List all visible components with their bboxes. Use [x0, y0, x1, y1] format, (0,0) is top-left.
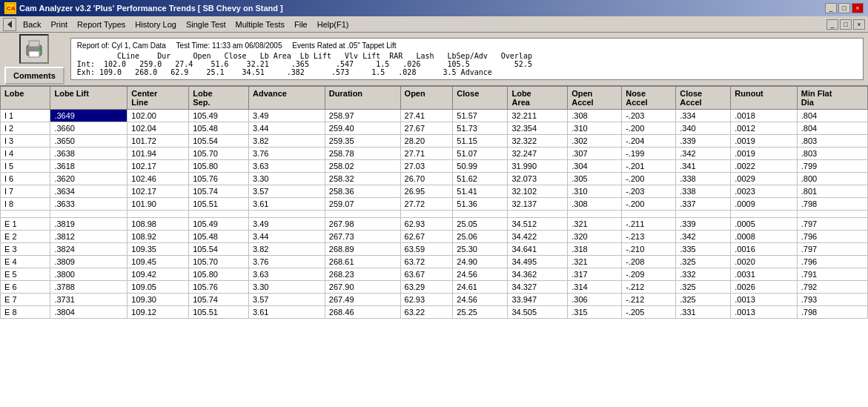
cell-advance: 3.57	[249, 185, 325, 198]
cell-noseAccel: -.204	[622, 135, 676, 148]
cell-lobeSep: 105.48	[189, 122, 249, 135]
cell-lobe: E 5	[1, 268, 50, 281]
min-btn[interactable]: _	[826, 19, 838, 30]
cell-close: 51.73	[453, 122, 508, 135]
cell-minFlatDia: .791	[797, 268, 867, 281]
cell-open: 27.72	[400, 198, 453, 211]
table-row[interactable]: I 5.3618102.17105.803.63258.0227.0350.99…	[1, 160, 868, 173]
cell-advance: 3.82	[249, 135, 325, 148]
cell-duration: 259.40	[325, 122, 400, 135]
cell-open: 28.20	[400, 135, 453, 148]
table-row[interactable]: I 1.3649102.00105.493.49258.9727.4151.57…	[1, 110, 868, 122]
cell-runout: .0013	[731, 294, 798, 306]
cell-advance: 3.76	[249, 148, 325, 160]
svg-rect-4	[29, 41, 39, 47]
menu-help[interactable]: Help(F1)	[313, 19, 354, 30]
cell-lobeSep: 105.48	[189, 231, 249, 243]
cell-lobeLift: .3649	[50, 110, 127, 122]
cell-lobeSep: 105.54	[189, 135, 249, 148]
col-open-accel: OpenAccel	[568, 87, 622, 110]
title-bar-buttons[interactable]: _ □ ×	[825, 3, 864, 13]
cell-noseAccel: -.200	[622, 198, 676, 211]
cell-minFlatDia: .796	[797, 231, 867, 243]
cell-lobeArea: 33.947	[508, 294, 568, 306]
cell-duration: 267.90	[325, 281, 400, 294]
cell-duration: 258.36	[325, 185, 400, 198]
cell-advance: 3.44	[249, 231, 325, 243]
comments-button[interactable]: Comments	[4, 67, 64, 85]
minimize-button[interactable]: _	[825, 3, 837, 13]
cell-lobeSep: 105.74	[189, 185, 249, 198]
svg-text:CA: CA	[7, 5, 16, 12]
table-row[interactable]: E 8.3804109.12105.513.61268.4663.2225.25…	[1, 306, 868, 319]
cell-open: 63.72	[400, 256, 453, 268]
cell-lobeSep: 105.70	[189, 256, 249, 268]
table-row[interactable]: E 2.3812108.92105.483.44267.7362.6725.06…	[1, 231, 868, 243]
table-row[interactable]: E 6.3788109.05105.763.30267.9063.2924.61…	[1, 281, 868, 294]
cell-centerLine: 108.92	[127, 231, 189, 243]
report-table-header: CLine Dur Open Close Lb Area Lb Lift Vlv…	[77, 52, 857, 60]
table-row[interactable]: I 3.3650101.72105.543.82259.3528.2051.15…	[1, 135, 868, 148]
cell-closeAccel: .332	[676, 268, 731, 281]
exh-row: Exh: 109.0 268.0 62.9 25.1 34.51 .382 .5…	[77, 68, 857, 76]
cell-noseAccel: -.208	[622, 256, 676, 268]
cell-close: 51.57	[453, 110, 508, 122]
cell-open: 63.22	[400, 306, 453, 319]
table-row[interactable]: E 3.3824109.35105.543.82268.8963.5925.30…	[1, 243, 868, 256]
table-row[interactable]: I 7.3634102.17105.743.57258.3626.9551.41…	[1, 185, 868, 198]
cell-lobeSep: 105.80	[189, 160, 249, 173]
cell-openAccel: .314	[568, 281, 622, 294]
menu-back[interactable]: Back	[19, 19, 45, 30]
cell-open: 63.29	[400, 281, 453, 294]
cell-advance: 3.76	[249, 256, 325, 268]
table-row[interactable]: I 8.3633101.90105.513.61259.0727.7251.36…	[1, 198, 868, 211]
menu-history-log[interactable]: History Log	[130, 19, 181, 30]
table-row[interactable]: I 2.3660102.04105.483.44259.4027.6751.73…	[1, 122, 868, 135]
cell-advance: 3.63	[249, 268, 325, 281]
cell-close: 25.25	[453, 306, 508, 319]
cell-advance: 3.63	[249, 160, 325, 173]
cell-lobeSep: 105.76	[189, 173, 249, 185]
menu-print[interactable]: Print	[46, 19, 72, 30]
menu-file[interactable]: File	[290, 19, 312, 30]
table-row[interactable]: E 1.3819108.98105.493.49267.9862.9325.05…	[1, 218, 868, 231]
restore-button[interactable]: □	[838, 3, 850, 13]
table-row[interactable]: I 4.3638101.94105.703.76258.7827.7151.07…	[1, 148, 868, 160]
table-row[interactable]: I 6.3620102.46105.763.30258.3226.7051.62…	[1, 173, 868, 185]
window-controls[interactable]: _ □ ×	[826, 19, 865, 30]
cell-runout: .0020	[731, 256, 798, 268]
cell-runout: .0029	[731, 173, 798, 185]
cell-closeAccel: .335	[676, 243, 731, 256]
cell-centerLine: 102.00	[127, 110, 189, 122]
cell-open: 27.41	[400, 110, 453, 122]
table-row[interactable]: E 5.3800109.42105.803.63268.2363.6724.56…	[1, 268, 868, 281]
cell-lobeArea: 32.354	[508, 122, 568, 135]
close-btn[interactable]: ×	[853, 19, 865, 30]
table-row[interactable]: E 4.3809109.45105.703.76268.6163.7224.90…	[1, 256, 868, 268]
restore-btn[interactable]: □	[840, 19, 852, 30]
cell-lobeArea: 32.102	[508, 185, 568, 198]
table-row[interactable]: E 7.3731109.30105.743.57267.4962.9324.56…	[1, 294, 868, 306]
cell-noseAccel: -.212	[622, 294, 676, 306]
cell-minFlatDia: .804	[797, 122, 867, 135]
cell-minFlatDia: .796	[797, 256, 867, 268]
col-close: Close	[453, 87, 508, 110]
menu-multiple-tests[interactable]: Multiple Tests	[231, 19, 289, 30]
cell-open: 27.03	[400, 160, 453, 173]
cell-lobe: I 6	[1, 173, 50, 185]
col-duration: Duration	[325, 87, 400, 110]
menu-single-test[interactable]: Single Test	[182, 19, 231, 30]
close-button[interactable]: ×	[852, 3, 864, 13]
cell-noseAccel: -.200	[622, 122, 676, 135]
cell-minFlatDia: .799	[797, 160, 867, 173]
cell-centerLine: 102.46	[127, 173, 189, 185]
cell-duration: 258.97	[325, 110, 400, 122]
cell-noseAccel: -.213	[622, 231, 676, 243]
menu-report-types[interactable]: Report Types	[73, 19, 130, 30]
cell-open: 63.67	[400, 268, 453, 281]
col-lobe-sep: LobeSep.	[189, 87, 249, 110]
cell-close: 25.05	[453, 218, 508, 231]
cell-closeAccel: .325	[676, 281, 731, 294]
cell-openAccel: .305	[568, 173, 622, 185]
cell-lobeLift: .3804	[50, 306, 127, 319]
